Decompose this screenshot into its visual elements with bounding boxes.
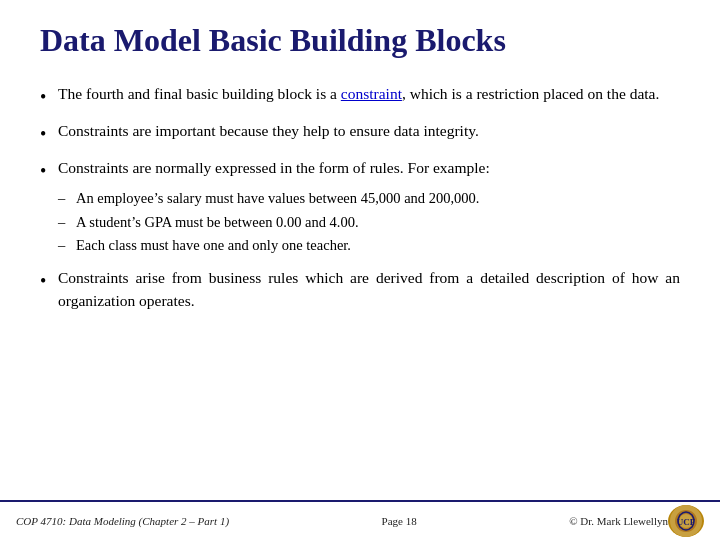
- sub-bullet-item-3: – Each class must have one and only one …: [58, 235, 480, 255]
- constraint-link: constraint: [341, 85, 402, 102]
- bullet-dot-3: •: [40, 158, 58, 184]
- bullet-item-4: • Constraints arise from business rules …: [40, 267, 680, 312]
- bullet-dot-1: •: [40, 84, 58, 110]
- sub-bullet-item-1: – An employee’s salary must have values …: [58, 188, 480, 208]
- sub-bullet-text-2: A student’s GPA must be between 0.00 and…: [76, 212, 480, 232]
- slide-content: • The fourth and final basic building bl…: [0, 73, 720, 500]
- sub-bullet-dash-3: –: [58, 235, 76, 255]
- sub-bullet-text-1: An employee’s salary must have values be…: [76, 188, 480, 208]
- bullet-text-4: Constraints arise from business rules wh…: [58, 267, 680, 312]
- footer-right: © Dr. Mark Llewellyn: [569, 515, 668, 527]
- bullet-text-3: Constraints are normally expressed in th…: [58, 157, 490, 179]
- slide: Data Model Basic Building Blocks • The f…: [0, 0, 720, 540]
- svg-text:UCF: UCF: [677, 517, 696, 527]
- bullet-item-3: • Constraints are normally expressed in …: [40, 157, 680, 257]
- sub-bullet-dash-1: –: [58, 188, 76, 208]
- sub-bullet-text-3: Each class must have one and only one te…: [76, 235, 480, 255]
- bullet-dot-2: •: [40, 121, 58, 147]
- bullet-text-2: Constraints are important because they h…: [58, 120, 680, 142]
- bullet-text-1: The fourth and final basic building bloc…: [58, 83, 680, 105]
- footer-center: Page 18: [382, 515, 417, 527]
- slide-title: Data Model Basic Building Blocks: [0, 0, 720, 73]
- sub-bullet-dash-2: –: [58, 212, 76, 232]
- bullet-dot-4: •: [40, 268, 58, 294]
- ucf-logo-icon: UCF: [668, 505, 704, 537]
- footer-right-group: © Dr. Mark Llewellyn UCF: [569, 505, 704, 537]
- bullet-item-2: • Constraints are important because they…: [40, 120, 680, 147]
- footer-left: COP 4710: Data Modeling (Chapter 2 – Par…: [16, 515, 229, 527]
- slide-footer: COP 4710: Data Modeling (Chapter 2 – Par…: [0, 500, 720, 540]
- sub-bullets-3: – An employee’s salary must have values …: [58, 188, 480, 255]
- bullet-item-1: • The fourth and final basic building bl…: [40, 83, 680, 110]
- sub-bullet-item-2: – A student’s GPA must be between 0.00 a…: [58, 212, 480, 232]
